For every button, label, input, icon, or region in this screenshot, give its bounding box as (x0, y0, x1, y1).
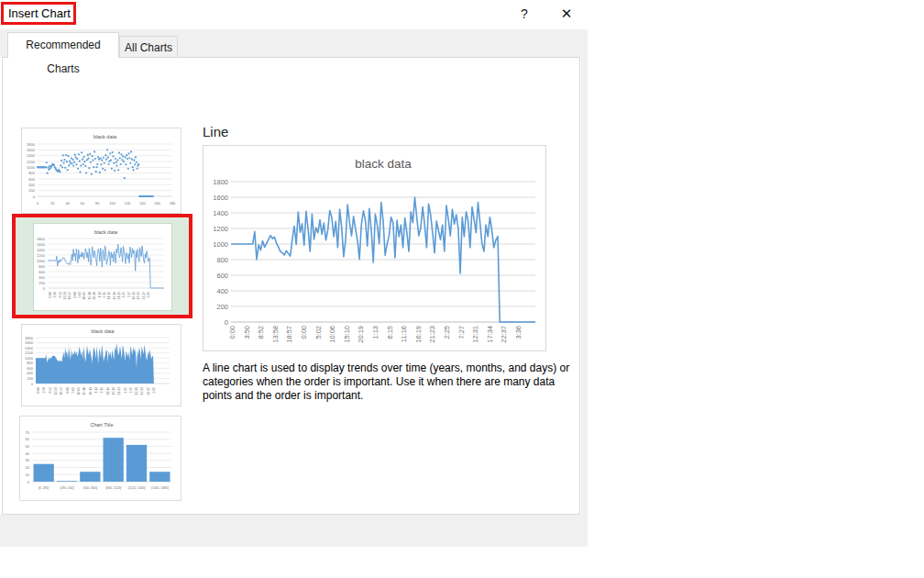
svg-text:15:10: 15:10 (343, 326, 351, 343)
svg-text:160: 160 (154, 201, 160, 206)
svg-text:11:16: 11:16 (400, 326, 408, 342)
svg-text:1800: 1800 (37, 237, 46, 241)
svg-text:[0, 280]: [0, 280] (38, 486, 49, 490)
svg-text:(1120, 1400]: (1120, 1400] (128, 486, 146, 490)
thumbnail-histogram-chart[interactable]: Chart Title010203040506070[0, 280](280, … (19, 416, 182, 501)
title-bar: Insert Chart ? ✕ (0, 0, 588, 29)
svg-text:20: 20 (26, 465, 30, 470)
help-icon[interactable]: ? (513, 4, 535, 24)
svg-text:1600: 1600 (213, 194, 228, 202)
svg-text:6:15: 6:15 (103, 292, 106, 298)
svg-text:12:31: 12:31 (471, 326, 479, 343)
dialog-content: black data020040060080010001200140016001… (2, 57, 580, 515)
svg-text:black data: black data (94, 134, 117, 139)
svg-text:15:10: 15:10 (88, 292, 92, 300)
thumbnail-area-chart[interactable]: black data020040060080010001200140016001… (21, 324, 182, 406)
dialog-right-margin (581, 57, 588, 515)
svg-text:black data: black data (91, 328, 115, 334)
svg-text:0: 0 (31, 382, 34, 386)
svg-text:black data: black data (94, 229, 118, 235)
svg-text:20:19: 20:19 (357, 326, 365, 343)
svg-text:20: 20 (50, 201, 55, 206)
chart-type-heading: Line (203, 124, 228, 139)
line-chart-thumbnail-frame: black data020040060080010001200140016001… (33, 223, 172, 311)
svg-text:800: 800 (216, 256, 228, 264)
svg-text:10:06: 10:06 (77, 387, 81, 395)
svg-text:20:19: 20:19 (89, 387, 93, 395)
svg-text:600: 600 (216, 272, 228, 280)
svg-text:0:00: 0:00 (228, 326, 236, 339)
svg-text:0:00: 0:00 (300, 326, 308, 339)
svg-text:600: 600 (28, 177, 35, 182)
svg-text:3:36: 3:36 (514, 326, 522, 339)
svg-text:400: 400 (216, 287, 228, 295)
svg-text:0: 0 (37, 201, 39, 206)
svg-text:40: 40 (65, 201, 70, 206)
selected-chart-large-preview: black data020040060080010001200140016001… (203, 145, 546, 351)
svg-text:3:50: 3:50 (42, 387, 46, 394)
svg-text:10:06: 10:06 (328, 326, 336, 343)
svg-text:200: 200 (216, 303, 228, 311)
svg-text:16:19: 16:19 (414, 326, 423, 343)
svg-text:70: 70 (26, 430, 30, 435)
svg-text:1200: 1200 (37, 253, 46, 258)
svg-text:3:36: 3:36 (147, 292, 150, 298)
svg-text:10: 10 (26, 472, 30, 477)
annotation-title-red-box (1, 2, 76, 25)
tab-recommended-charts[interactable]: Recommended Charts (7, 32, 119, 58)
svg-text:800: 800 (27, 361, 33, 365)
svg-text:180: 180 (170, 201, 176, 206)
chart-description: A line chart is used to display trends o… (203, 361, 576, 403)
svg-text:40: 40 (26, 451, 30, 456)
svg-text:1800: 1800 (27, 142, 36, 147)
svg-text:1200: 1200 (213, 225, 228, 233)
svg-text:0: 0 (43, 286, 46, 291)
svg-text:2:25: 2:25 (124, 387, 127, 394)
close-icon[interactable]: ✕ (554, 3, 579, 25)
svg-text:1800: 1800 (213, 178, 228, 186)
svg-text:30: 30 (26, 458, 30, 462)
svg-text:5:02: 5:02 (314, 326, 323, 339)
svg-text:5:02: 5:02 (78, 292, 82, 298)
svg-text:12:31: 12:31 (135, 387, 138, 395)
svg-text:600: 600 (27, 366, 33, 371)
svg-text:60: 60 (81, 201, 85, 206)
svg-text:5:02: 5:02 (72, 387, 75, 394)
svg-text:8:52: 8:52 (59, 292, 62, 298)
svg-text:black data: black data (355, 157, 412, 171)
insert-chart-dialog: Insert Chart ? ✕ Recommended Charts All … (0, 0, 588, 547)
line-chart-preview: black data020040060080010001200140016001… (34, 224, 171, 310)
thumbnail-line-chart-selected[interactable]: black data020040060080010001200140016001… (16, 217, 189, 315)
svg-text:17:34: 17:34 (486, 326, 494, 343)
svg-text:16:19: 16:19 (113, 292, 116, 300)
svg-text:800: 800 (28, 171, 35, 175)
svg-text:18:57: 18:57 (285, 326, 293, 343)
svg-text:80: 80 (95, 201, 100, 206)
svg-text:17:34: 17:34 (140, 387, 144, 395)
svg-text:13:58: 13:58 (271, 326, 280, 343)
svg-text:2:25: 2:25 (122, 292, 126, 298)
line-chart-large-preview: black data020040060080010001200140016001… (204, 146, 545, 350)
svg-text:0: 0 (28, 480, 30, 484)
svg-text:22:37: 22:37 (147, 387, 150, 395)
svg-text:7:27: 7:27 (457, 326, 466, 339)
svg-text:(560, 840]: (560, 840] (83, 486, 97, 490)
svg-text:21:23: 21:23 (428, 326, 436, 343)
svg-text:1000: 1000 (213, 240, 228, 249)
svg-text:1200: 1200 (25, 350, 34, 355)
svg-text:1400: 1400 (37, 248, 46, 252)
tab-all-charts[interactable]: All Charts (119, 36, 178, 58)
scatter-chart-preview: black data020040060080010001200140016001… (22, 128, 181, 213)
svg-text:200: 200 (27, 376, 33, 381)
svg-text:7:27: 7:27 (129, 387, 133, 394)
svg-text:22:37: 22:37 (500, 326, 508, 343)
area-chart-preview: black data020040060080010001200140016001… (22, 325, 181, 406)
svg-text:1800: 1800 (25, 336, 34, 340)
svg-text:800: 800 (38, 264, 45, 269)
svg-text:21:23: 21:23 (117, 387, 121, 395)
svg-text:17:34: 17:34 (137, 292, 140, 300)
svg-text:1000: 1000 (37, 259, 46, 263)
svg-text:7:27: 7:27 (127, 292, 131, 298)
svg-text:10:06: 10:06 (82, 292, 86, 300)
thumbnail-scatter-chart[interactable]: black data020040060080010001200140016001… (21, 128, 182, 214)
